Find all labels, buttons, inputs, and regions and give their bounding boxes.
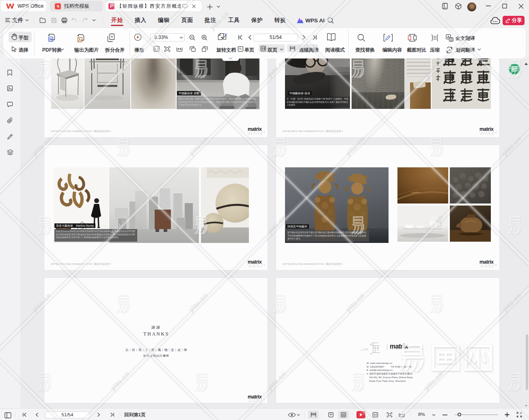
svg-text:P: P: [110, 4, 113, 9]
svg-text:1:1: 1:1: [154, 47, 158, 51]
svg-text:A: A: [448, 48, 451, 52]
